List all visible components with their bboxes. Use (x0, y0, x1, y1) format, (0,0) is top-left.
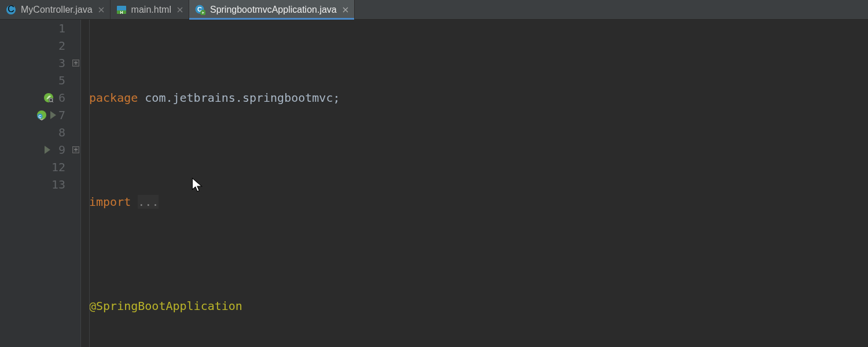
line-number: 13 (52, 176, 65, 193)
code-editor[interactable]: 1 2 3 + 5 6 C 7 8 9 (0, 20, 868, 347)
gutter-line[interactable]: 8 (0, 124, 80, 141)
spring-run-icon[interactable]: C (36, 110, 47, 120)
java-runnable-class-icon: C (195, 5, 205, 15)
spring-bean-icon[interactable] (43, 93, 54, 103)
svg-text:C: C (38, 115, 41, 119)
gutter-line[interactable]: 9 + (0, 141, 80, 158)
close-icon[interactable] (176, 6, 184, 14)
gutter: 1 2 3 + 5 6 C 7 8 9 (0, 20, 81, 347)
gutter-line[interactable]: 5 (0, 72, 80, 89)
code-line: package com.jetbrains.springbootmvc; (89, 89, 868, 106)
line-number: 2 (54, 37, 65, 54)
gutter-line[interactable]: 12 (0, 158, 80, 176)
gutter-line[interactable]: 3 + (0, 54, 80, 72)
editor-tab-bar: C MyController.java H main.html C (0, 0, 868, 20)
fold-expand-icon[interactable]: + (72, 60, 79, 67)
close-icon[interactable] (341, 6, 350, 14)
line-number: 9 (54, 141, 65, 158)
tab-mycontroller[interactable]: C MyController.java (0, 0, 111, 19)
line-number: 12 (52, 158, 65, 176)
run-icon[interactable] (45, 146, 50, 154)
code-line (89, 141, 868, 158)
gutter-line[interactable]: C 7 (0, 106, 80, 124)
fold-expand-icon[interactable]: + (72, 146, 79, 153)
gutter-line[interactable]: 1 (0, 20, 80, 37)
line-number: 6 (54, 89, 65, 106)
gutter-line[interactable]: 6 (0, 89, 80, 106)
close-icon[interactable] (97, 6, 105, 14)
line-number: 8 (54, 124, 65, 141)
tab-main-html[interactable]: H main.html (111, 0, 189, 19)
code-area[interactable]: package com.jetbrains.springbootmvc; imp… (81, 20, 868, 347)
tab-label: main.html (131, 5, 171, 15)
gutter-line[interactable]: 13 (0, 176, 80, 193)
code-line (89, 245, 868, 263)
gutter-line[interactable]: 2 (0, 37, 80, 54)
html-file-icon: H (116, 5, 127, 15)
tab-springbootmvc-application[interactable]: C SpringbootmvcApplication.java (189, 0, 355, 19)
svg-text:H: H (120, 10, 123, 14)
run-icon[interactable] (50, 111, 56, 119)
tab-label: MyController.java (21, 5, 93, 15)
line-number: 3 (54, 54, 65, 72)
line-number: 1 (54, 20, 65, 37)
line-number: 5 (54, 72, 65, 89)
code-line: @SpringBootApplication (89, 297, 868, 315)
code-line: import ... (89, 193, 868, 211)
svg-line-11 (52, 101, 53, 102)
tab-label: SpringbootmvcApplication.java (210, 5, 337, 15)
svg-text:C: C (8, 5, 14, 14)
java-class-icon: C (6, 5, 16, 15)
mouse-cursor-icon (149, 160, 162, 176)
